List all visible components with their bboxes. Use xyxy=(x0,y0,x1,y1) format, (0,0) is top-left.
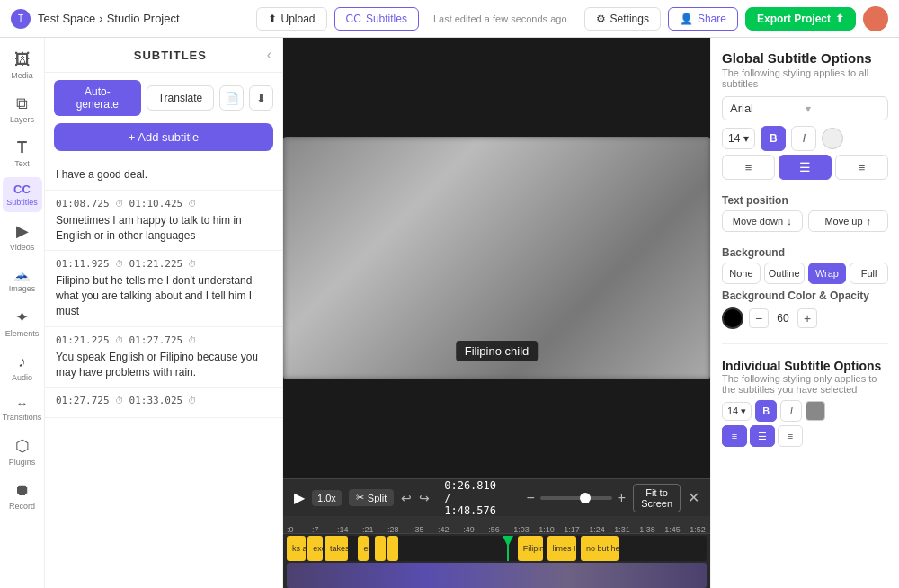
track-clip[interactable]: takes care d com xyxy=(325,536,348,561)
individual-font-controls: 14 ▾ B I xyxy=(722,400,888,422)
sidebar-item-media[interactable]: 🖼 Media xyxy=(3,45,42,85)
ind-italic-button[interactable]: I xyxy=(780,400,802,422)
align-right-button[interactable]: ≡ xyxy=(835,155,888,180)
zoom-slider[interactable] xyxy=(540,496,612,500)
font-size-selector[interactable]: 14 ▾ xyxy=(722,128,755,149)
sidebar-item-layers[interactable]: ⧉ Layers xyxy=(3,89,42,129)
track-clip[interactable]: ech xyxy=(358,536,369,561)
play-button[interactable]: ▶ xyxy=(294,489,305,506)
record-icon: ⏺ xyxy=(14,481,31,500)
fit-to-screen-button[interactable]: Fit to Screen xyxy=(633,484,681,512)
bg-none-button[interactable]: None xyxy=(722,263,761,284)
sidebar-item-subtitles[interactable]: CC Subtitles xyxy=(3,177,42,212)
speed-selector[interactable]: 1.0x xyxy=(312,490,342,506)
sidebar-item-transitions[interactable]: ↔ Transitions xyxy=(3,391,42,427)
individual-alignment-controls: ≡ ☰ ≡ xyxy=(722,425,888,447)
ind-text-color-picker[interactable] xyxy=(806,401,825,421)
undo-button[interactable]: ↩ xyxy=(401,491,412,505)
add-subtitle-button[interactable]: + Add subtitle xyxy=(54,123,273,151)
ind-align-left-button[interactable]: ≡ xyxy=(722,425,747,447)
zoom-out-button[interactable]: − xyxy=(526,490,534,506)
background-section: Background None Outline Wrap Full Backgr… xyxy=(722,243,888,329)
text-icon: T xyxy=(17,138,27,157)
ruler-mark: 1:10 xyxy=(539,525,555,534)
bg-color-opacity-label: Background Color & Opacity xyxy=(722,290,888,302)
track-clip[interactable]: except in xyxy=(307,536,322,561)
list-item[interactable]: I have a good deal. xyxy=(45,160,282,191)
sidebar-item-images[interactable]: 🗻 Images xyxy=(3,261,42,298)
bg-color-picker[interactable] xyxy=(722,307,743,329)
subtitle-text: I have a good deal. xyxy=(56,167,271,183)
italic-button[interactable]: I xyxy=(791,126,816,151)
collapse-button[interactable]: ‹ xyxy=(267,47,271,63)
ruler-mark: 1:31 xyxy=(614,525,630,534)
translate-button[interactable]: Translate xyxy=(147,85,215,111)
sidebar-item-text[interactable]: T Text xyxy=(3,133,42,174)
global-options-subtitle: The following styling applies to all sub… xyxy=(722,67,888,89)
ruler-mark: :49 xyxy=(463,525,475,534)
workspace-link[interactable]: Test Space xyxy=(38,12,95,25)
individual-options-section: Individual Subtitle Options The followin… xyxy=(722,359,888,447)
individual-options-title: Individual Subtitle Options xyxy=(722,359,888,373)
subtitle-list: I have a good deal. 01:08.725 ⏱ 01:10.42… xyxy=(45,156,282,588)
track-clip[interactable]: no but he oak Engl xyxy=(581,536,619,561)
bg-full-button[interactable]: Full xyxy=(850,263,888,284)
bg-wrap-button[interactable]: Wrap xyxy=(808,263,847,284)
list-item[interactable]: 01:27.725 ⏱ 01:33.025 ⏱ xyxy=(45,388,282,418)
track-clip[interactable]: limes I am hap xyxy=(547,536,577,561)
ind-align-center-button[interactable]: ☰ xyxy=(750,425,775,447)
share-button[interactable]: 👤 Share xyxy=(668,7,738,31)
opacity-value: 60 xyxy=(772,312,794,325)
close-timeline-button[interactable]: ✕ xyxy=(688,489,699,506)
subtitle-export-button[interactable]: ⬇ xyxy=(249,85,273,111)
subtitles-icon: CC xyxy=(346,13,361,25)
ind-align-right-button[interactable]: ≡ xyxy=(778,425,803,447)
track-clip[interactable]: ks about a xyxy=(287,536,306,561)
images-label: Images xyxy=(9,284,36,293)
ruler-mark: 1:45 xyxy=(664,525,681,534)
move-down-button[interactable]: Move down ↓ xyxy=(722,210,803,232)
record-label: Record xyxy=(9,502,35,511)
text-position-controls: Move down ↓ Move up ↑ xyxy=(722,210,888,232)
subtitle-end-time: 01:33.025 xyxy=(129,395,183,406)
settings-button[interactable]: ⚙ Settings xyxy=(584,7,661,31)
track-clip[interactable]: Filipino chig xyxy=(518,536,543,561)
upload-button[interactable]: ⬆ Upload xyxy=(256,7,327,31)
align-center-button[interactable]: ☰ xyxy=(779,155,832,180)
bold-button[interactable]: B xyxy=(761,126,786,151)
autogenerate-button[interactable]: Auto-generate xyxy=(54,80,141,116)
zoom-in-button[interactable]: + xyxy=(618,490,626,506)
font-name-label: Arial xyxy=(730,102,806,115)
current-time: 0:26.810 / 1:48.576 xyxy=(444,479,504,517)
subtitle-import-button[interactable]: 📄 xyxy=(219,85,244,111)
text-color-picker[interactable] xyxy=(822,128,843,149)
move-up-button[interactable]: Move up ↑ xyxy=(808,210,889,232)
subtitles-button[interactable]: CC Subtitles xyxy=(334,7,419,31)
export-button[interactable]: Export Project ⬆ xyxy=(745,7,856,31)
opacity-decrease-button[interactable]: − xyxy=(749,308,769,328)
sidebar-item-plugins[interactable]: ⬡ Plugins xyxy=(3,431,42,472)
avatar[interactable] xyxy=(863,6,888,31)
app-logo: T xyxy=(11,9,31,29)
split-button[interactable]: ✂ Split xyxy=(349,489,394,506)
sidebar-item-elements[interactable]: ✦ Elements xyxy=(3,302,42,343)
list-item[interactable]: 01:21.225 ⏱ 01:27.725 ⏱ You speak Englis… xyxy=(45,327,282,388)
sidebar-item-audio[interactable]: ♪ Audio xyxy=(3,347,42,388)
track-clip[interactable] xyxy=(387,536,398,561)
video-container: Filipino child xyxy=(283,38,710,478)
track-clip[interactable] xyxy=(375,536,386,561)
list-item[interactable]: 01:11.925 ⏱ 01:21.225 ⏱ Filipino but he … xyxy=(45,251,282,326)
sidebar-item-videos[interactable]: ▶ Videos xyxy=(3,216,42,257)
sidebar-item-record[interactable]: ⏺ Record xyxy=(3,476,42,516)
ind-bold-button[interactable]: B xyxy=(755,400,777,422)
opacity-increase-button[interactable]: + xyxy=(797,308,817,328)
redo-button[interactable]: ↪ xyxy=(419,491,430,505)
list-item[interactable]: 01:08.725 ⏱ 01:10.425 ⏱ Sometimes I am h… xyxy=(45,191,282,252)
align-left-button[interactable]: ≡ xyxy=(722,155,775,180)
clock-icon: ⏱ xyxy=(115,199,124,209)
gear-icon: ⚙ xyxy=(596,13,606,25)
ind-font-size-selector[interactable]: 14 ▾ xyxy=(722,402,752,421)
background-options: None Outline Wrap Full xyxy=(722,263,888,284)
font-family-selector[interactable]: Arial ▾ xyxy=(722,96,888,120)
bg-outline-button[interactable]: Outline xyxy=(764,263,805,284)
